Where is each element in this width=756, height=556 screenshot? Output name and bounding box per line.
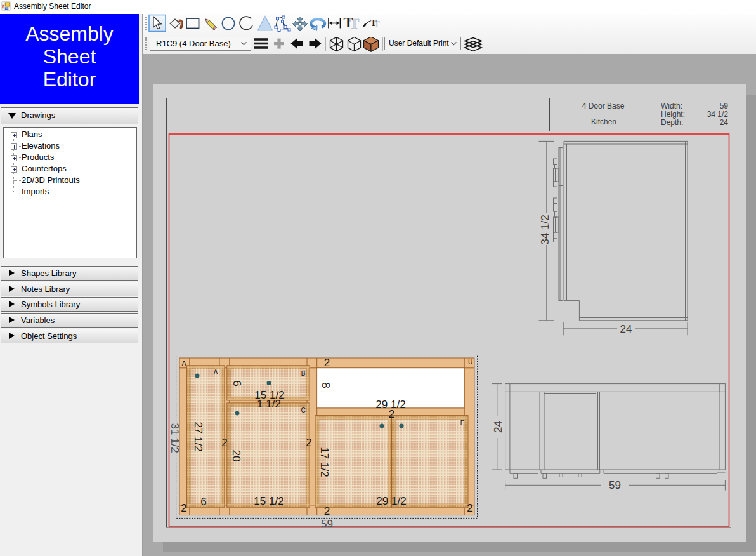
svg-text:20: 20 [230,450,242,462]
svg-text:59: 59 [321,518,333,530]
svg-text:A: A [182,360,186,367]
svg-text:24: 24 [720,118,729,127]
svg-text:C: C [301,407,305,414]
svg-text:T: T [344,15,353,30]
svg-text:4 Door Base: 4 Door Base [582,102,625,110]
svg-text:59: 59 [720,102,729,110]
svg-text:2: 2 [324,505,330,517]
svg-text:27 1/2: 27 1/2 [192,421,204,451]
svg-text:24: 24 [620,323,632,335]
svg-text:17 1/2: 17 1/2 [318,447,330,477]
svg-text:6: 6 [231,380,243,386]
svg-text:1 1/2: 1 1/2 [257,398,281,410]
svg-text:29 1/2: 29 1/2 [376,495,406,507]
svg-text:2: 2 [221,437,227,449]
svg-text:2: 2 [306,437,311,449]
svg-text:Kitchen: Kitchen [591,117,616,126]
svg-text:2: 2 [389,408,394,420]
svg-text:8: 8 [320,382,332,388]
svg-text:Width:: Width: [661,102,682,110]
svg-text:A: A [214,369,218,376]
svg-text:Depth:: Depth: [661,118,683,127]
svg-text:2: 2 [181,502,186,514]
svg-text:U: U [468,359,472,366]
svg-text:B: B [301,370,306,377]
svg-text:T: T [370,18,377,28]
svg-text:34 1/2: 34 1/2 [539,215,551,244]
svg-text:24: 24 [492,421,504,433]
svg-text:15 1/2: 15 1/2 [254,495,284,507]
svg-text:2: 2 [324,357,330,369]
svg-text:E: E [460,420,465,427]
svg-text:31 1/2: 31 1/2 [169,423,181,453]
svg-text:2: 2 [467,502,472,514]
svg-text:6: 6 [200,496,206,508]
svg-text:59: 59 [609,479,621,491]
